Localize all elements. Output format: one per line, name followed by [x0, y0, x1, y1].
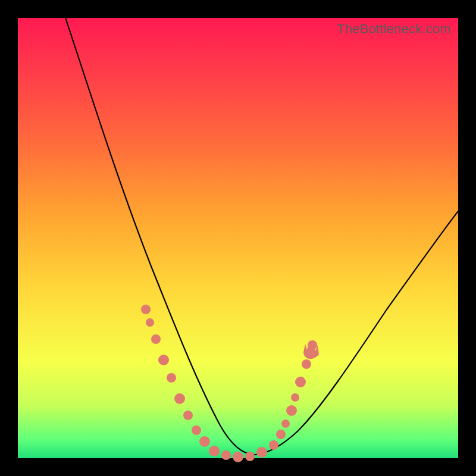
svg-point-2	[151, 334, 161, 344]
svg-point-1	[146, 318, 154, 327]
svg-point-13	[256, 447, 267, 458]
svg-point-14	[269, 440, 278, 450]
svg-point-11	[233, 452, 243, 462]
svg-point-17	[286, 405, 297, 416]
svg-point-15	[276, 430, 286, 439]
bottleneck-curve	[65, 18, 458, 455]
svg-point-18	[291, 393, 299, 402]
svg-point-10	[221, 450, 231, 460]
svg-point-3	[158, 355, 169, 365]
plot-area: TheBottleneck.com	[18, 18, 458, 458]
outer-frame: TheBottleneck.com	[0, 0, 476, 476]
curve-svg	[18, 18, 458, 458]
svg-point-7	[192, 425, 201, 435]
svg-point-8	[199, 436, 210, 447]
svg-point-20	[302, 359, 311, 369]
svg-point-19	[295, 377, 306, 387]
svg-point-5	[174, 393, 185, 404]
svg-point-0	[141, 305, 151, 314]
svg-point-12	[245, 452, 255, 461]
svg-point-4	[167, 373, 176, 383]
svg-point-9	[209, 446, 220, 456]
svg-point-16	[281, 419, 290, 428]
svg-point-6	[183, 411, 193, 420]
